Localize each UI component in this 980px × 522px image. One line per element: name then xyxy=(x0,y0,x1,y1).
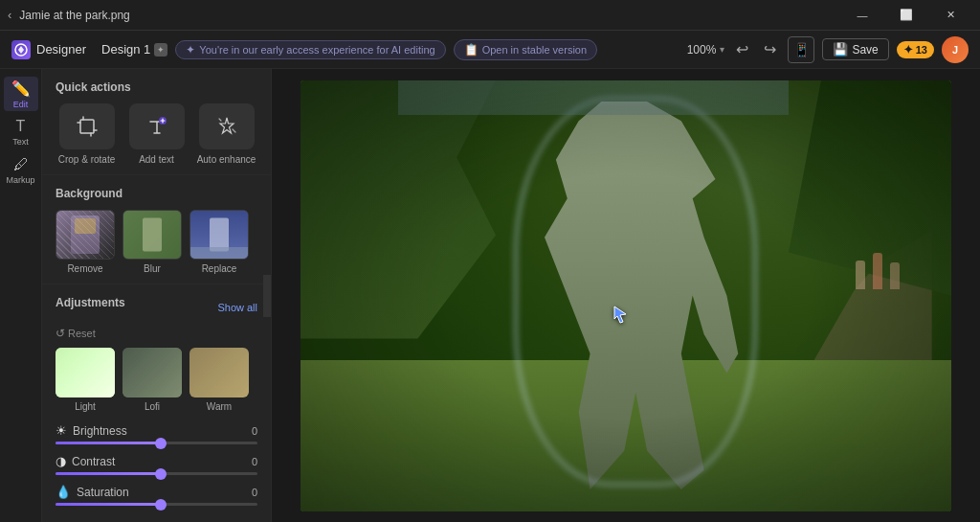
filter-warm-item[interactable]: Warm xyxy=(189,348,249,412)
redo-button[interactable]: ↪ xyxy=(760,36,780,62)
svg-rect-1 xyxy=(80,120,94,133)
adjustments-header: Adjustments Show all xyxy=(56,296,257,319)
brightness-label: Brightness xyxy=(73,424,233,438)
minimize-button[interactable]: — xyxy=(840,0,884,31)
bg-replace-thumbnail xyxy=(189,210,249,260)
app-name: Designer xyxy=(36,42,86,57)
bg-replace-label: Replace xyxy=(202,263,237,274)
sidebar-item-text[interactable]: T Text xyxy=(4,115,38,149)
window-controls: — ⬜ ✕ xyxy=(840,0,972,31)
reset-icon: ↺ xyxy=(56,327,65,340)
brightness-value: 0 xyxy=(238,425,257,437)
canvas-image xyxy=(301,80,951,511)
main-layout: ✏️ Edit T Text 🖊 Markup Quick actions xyxy=(0,69,980,522)
add-text-item[interactable]: Add text xyxy=(125,103,188,165)
filter-warm-thumbnail xyxy=(189,348,249,397)
saturation-label-row: 💧 Saturation 0 xyxy=(56,485,257,499)
background-title: Background xyxy=(56,187,257,200)
filter-light-thumbnail xyxy=(56,348,115,397)
contrast-slider-row: ◑ Contrast 0 xyxy=(56,454,257,475)
brightness-icon: ☀ xyxy=(56,423,67,438)
bg-remove-label: Remove xyxy=(67,263,102,274)
restore-button[interactable]: ⬜ xyxy=(884,0,928,31)
crop-rotate-item[interactable]: Crop & rotate xyxy=(56,103,118,165)
brightness-slider-track[interactable] xyxy=(56,442,257,444)
save-button[interactable]: 💾 Save xyxy=(822,38,888,60)
contrast-fill xyxy=(56,472,161,475)
left-panel: Quick actions Crop & rotate xyxy=(42,69,272,522)
undo-button[interactable]: ↩ xyxy=(732,36,752,62)
file-name: Jamie at the park.png xyxy=(19,9,840,22)
add-text-label: Add text xyxy=(139,154,174,165)
brightness-label-row: ☀ Brightness 0 xyxy=(56,423,257,438)
saturation-label: Saturation xyxy=(77,486,233,499)
filter-lofi-label: Lofi xyxy=(145,401,160,412)
filter-light-label: Light xyxy=(75,401,96,412)
logo-area: Designer xyxy=(11,40,86,59)
tool-sidebar: ✏️ Edit T Text 🖊 Markup xyxy=(0,69,42,522)
saturation-icon: 💧 xyxy=(56,485,71,499)
bg-replace-item[interactable]: Replace xyxy=(189,210,249,274)
saturation-slider-row: 💧 Saturation 0 xyxy=(56,485,257,506)
panel-collapse-button[interactable]: ‹ xyxy=(263,275,272,317)
filter-lofi-thumbnail xyxy=(122,348,182,397)
bg-blur-item[interactable]: Blur xyxy=(122,210,182,274)
mobile-preview-button[interactable]: 📱 xyxy=(788,36,814,63)
saturation-thumb[interactable] xyxy=(155,499,167,511)
crop-rotate-button[interactable] xyxy=(59,103,115,149)
user-avatar[interactable]: J xyxy=(942,36,969,63)
add-text-button[interactable] xyxy=(129,103,185,149)
adjustments-section: Adjustments Show all ↺ Reset Light xyxy=(42,284,271,522)
brightness-slider-row: ☀ Brightness 0 xyxy=(56,423,257,444)
sidebar-item-edit[interactable]: ✏️ Edit xyxy=(4,77,38,111)
contrast-thumb[interactable] xyxy=(155,468,167,480)
bg-remove-item[interactable]: Remove xyxy=(56,210,115,274)
edit-icon: ✏️ xyxy=(11,79,31,98)
reset-button[interactable]: ↺ Reset xyxy=(56,327,257,340)
canvas-area xyxy=(272,69,980,522)
brightness-fill xyxy=(56,442,161,444)
text-icon: T xyxy=(16,118,26,135)
markup-icon: 🖊 xyxy=(13,156,29,173)
design-badge: ✦ xyxy=(154,43,167,57)
saturation-slider-track[interactable] xyxy=(56,503,257,506)
sidebar-item-markup[interactable]: 🖊 Markup xyxy=(4,153,38,188)
quick-actions-title: Quick actions xyxy=(56,80,257,94)
open-stable-button[interactable]: 📋 Open in stable version xyxy=(454,39,597,60)
points-badge: ✦ 13 xyxy=(897,41,934,58)
contrast-label: Contrast xyxy=(72,455,233,468)
contrast-slider-track[interactable] xyxy=(56,472,257,475)
background-section: Background Remove xyxy=(42,175,271,284)
close-button[interactable]: ✕ xyxy=(928,0,972,31)
bg-remove-thumbnail xyxy=(56,210,115,260)
saturation-value: 0 xyxy=(238,487,257,498)
brightness-thumb[interactable] xyxy=(155,438,167,449)
contrast-value: 0 xyxy=(238,456,257,467)
design-name: Design 1 ✦ xyxy=(101,42,167,57)
auto-enhance-label: Auto enhance xyxy=(197,154,256,165)
cursor-arrow xyxy=(612,305,628,329)
contrast-icon: ◑ xyxy=(56,454,66,468)
saturation-fill xyxy=(56,503,161,506)
crop-rotate-label: Crop & rotate xyxy=(58,154,115,165)
early-access-banner: ✦ You're in our early access experience … xyxy=(175,40,445,59)
auto-enhance-item[interactable]: Auto enhance xyxy=(195,103,257,165)
filter-thumbnails: Light Lofi Warm xyxy=(56,348,257,412)
app-header: Designer Design 1 ✦ ✦ You're in our earl… xyxy=(0,31,980,69)
quick-actions-section: Quick actions Crop & rotate xyxy=(42,69,271,175)
quick-actions-grid: Crop & rotate Add text xyxy=(56,103,257,165)
filter-light-item[interactable]: Light xyxy=(56,348,115,412)
background-thumbnails: Remove Blur Replace xyxy=(56,210,257,274)
zoom-control[interactable]: 100% ▾ xyxy=(687,43,725,57)
show-all-link[interactable]: Show all xyxy=(217,302,257,313)
filter-warm-label: Warm xyxy=(207,401,232,412)
auto-enhance-button[interactable] xyxy=(199,103,255,149)
bg-blur-label: Blur xyxy=(144,263,161,274)
bg-blur-thumbnail xyxy=(122,210,182,260)
filter-lofi-item[interactable]: Lofi xyxy=(122,348,182,412)
back-button[interactable]: ‹ xyxy=(8,8,11,22)
title-bar: ‹ Jamie at the park.png — ⬜ ✕ xyxy=(0,0,980,31)
adjustments-title: Adjustments xyxy=(56,296,125,309)
canvas-overlay xyxy=(301,80,951,511)
contrast-label-row: ◑ Contrast 0 xyxy=(56,454,257,468)
